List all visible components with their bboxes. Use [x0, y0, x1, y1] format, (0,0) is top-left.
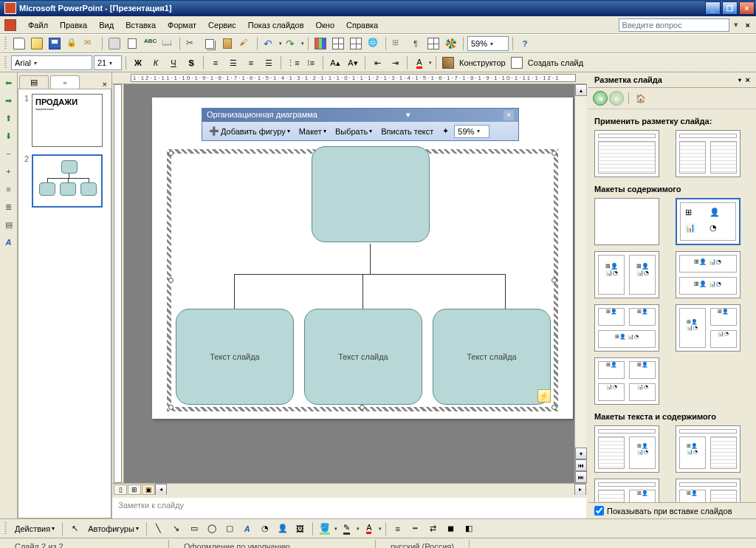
document-close-button[interactable]: ×: [743, 21, 753, 30]
arrow-style-icon[interactable]: ⇄: [425, 521, 441, 537]
menu-view[interactable]: Вид: [93, 18, 120, 32]
expand-icon[interactable]: +: [1, 164, 16, 179]
bullet-list-button[interactable]: ⁝≡: [303, 55, 319, 71]
normal-view-icon[interactable]: ▯: [114, 484, 127, 495]
shadow-style-icon[interactable]: ◼: [443, 521, 459, 537]
slide-canvas[interactable]: Текст слайда Текст слайда Текст слайда ⚡: [152, 97, 573, 419]
insert-table-button[interactable]: [330, 35, 346, 52]
bold-button[interactable]: Ж: [130, 55, 146, 71]
layout-item[interactable]: ⊞👤📊◔: [676, 198, 740, 245]
demote-icon[interactable]: ➡: [1, 93, 16, 108]
help-question-dropdown[interactable]: ▾: [734, 20, 738, 30]
new-button[interactable]: [11, 35, 27, 52]
numbered-list-button[interactable]: ⋮≡: [285, 55, 301, 71]
move-down-icon[interactable]: ⬇: [1, 129, 16, 143]
new-slide-button[interactable]: [509, 55, 525, 71]
shadow-button[interactable]: S: [183, 55, 199, 71]
slide-thumbnail-2[interactable]: [32, 154, 103, 208]
nav-forward-icon[interactable]: ▸: [609, 91, 624, 106]
distributed-button[interactable]: ☰: [261, 55, 277, 71]
menu-help[interactable]: Справка: [340, 18, 384, 32]
layout-item[interactable]: ⊞👤 📊◔: [594, 479, 659, 502]
format-painter-button[interactable]: 🖌: [237, 35, 253, 52]
layout-item[interactable]: ⊞👤📊◔: [676, 425, 740, 473]
show-on-insert-checkbox[interactable]: [594, 506, 604, 516]
fill-color-icon[interactable]: 🪣: [317, 521, 333, 537]
resize-handle[interactable]: [168, 278, 173, 283]
prev-slide-icon[interactable]: ⏮: [575, 459, 587, 471]
add-shape-button[interactable]: ➕ Добавить фигуру ▾: [205, 124, 294, 138]
nav-back-icon[interactable]: ◂: [593, 91, 608, 106]
org-chart-box[interactable]: Текст слайда: [176, 309, 294, 405]
slides-tab[interactable]: ▫: [50, 75, 80, 89]
select-button[interactable]: Выбрать▾: [331, 125, 376, 138]
nav-home-icon[interactable]: 🏠: [633, 91, 648, 106]
scroll-right-icon[interactable]: ▸: [574, 484, 586, 496]
resize-handle[interactable]: [168, 405, 173, 410]
show-formatting-button[interactable]: ¶: [408, 35, 424, 52]
clipart-icon[interactable]: 👤: [275, 521, 291, 537]
layout-item[interactable]: ⊞👤 📊◔: [676, 479, 740, 502]
collapse-all-icon[interactable]: ≡: [1, 182, 16, 196]
save-button[interactable]: [47, 35, 63, 52]
layout-item[interactable]: ⊞👤 📊◔ ⊞👤 📊◔: [676, 251, 740, 298]
layout-item[interactable]: [676, 130, 740, 177]
horizontal-scrollbar[interactable]: ▯ ⊞ ▣ ◂ ▸: [112, 483, 586, 495]
expand-all-icon[interactable]: ≣: [1, 199, 16, 214]
undo-button[interactable]: ↶: [261, 35, 278, 52]
3d-style-icon[interactable]: ◧: [461, 521, 477, 537]
menu-window[interactable]: Окно: [310, 18, 341, 32]
org-chart-box[interactable]: Текст слайда: [433, 309, 551, 405]
promote-icon[interactable]: ⬅: [1, 75, 16, 90]
diagram-icon[interactable]: ◔: [257, 521, 273, 537]
new-slide-label[interactable]: Создать слайд: [526, 58, 585, 67]
resize-handle[interactable]: [551, 278, 557, 283]
vertical-scrollbar[interactable]: ▴ ▾ ⏮ ⏭: [574, 84, 586, 483]
layout-button[interactable]: Макет▾: [295, 125, 330, 138]
fontsize-dropdown[interactable]: 21▾: [94, 55, 122, 70]
toolbar-handle[interactable]: [4, 56, 7, 69]
spellcheck-button[interactable]: ABC: [142, 35, 158, 52]
align-right-button[interactable]: ≡: [243, 55, 259, 71]
move-up-icon[interactable]: ⬆: [1, 111, 16, 126]
open-button[interactable]: [29, 35, 45, 52]
scroll-up-icon[interactable]: ▴: [575, 84, 587, 96]
select-objects-icon[interactable]: ↖: [66, 521, 83, 537]
line-style-icon[interactable]: ≡: [390, 521, 406, 537]
org-chart-box[interactable]: Текст слайда: [304, 309, 422, 405]
help-question-input[interactable]: [619, 18, 729, 32]
minimize-button[interactable]: _: [705, 1, 721, 15]
outline-tab[interactable]: ▤: [19, 75, 49, 89]
tables-borders-button[interactable]: [348, 35, 364, 52]
task-pane-close-icon[interactable]: ×: [746, 75, 750, 84]
panel-close-icon[interactable]: ×: [100, 80, 110, 89]
copy-button[interactable]: [202, 35, 218, 52]
resize-handle[interactable]: [551, 405, 557, 410]
resize-handle[interactable]: [360, 405, 365, 410]
layout-item[interactable]: ⊞👤📊◔ ⊞👤 📊◔: [676, 304, 740, 352]
layout-item[interactable]: ⊞👤📊◔: [594, 425, 659, 473]
print-button[interactable]: [106, 35, 123, 52]
show-grid-button[interactable]: [425, 35, 441, 52]
org-chart-box-top[interactable]: [312, 146, 430, 242]
font-color-button[interactable]: A: [411, 55, 427, 71]
increase-indent-button[interactable]: ⇥: [387, 55, 403, 71]
decrease-font-button[interactable]: A▾: [345, 55, 361, 71]
arrow-icon[interactable]: ↘: [168, 521, 185, 537]
line-icon[interactable]: ╲: [151, 521, 167, 537]
layout-item[interactable]: [594, 198, 659, 245]
permission-button[interactable]: 🔒: [64, 35, 80, 52]
preview-button[interactable]: [124, 35, 140, 52]
scroll-left-icon[interactable]: ◂: [155, 484, 167, 496]
resize-handle[interactable]: [551, 151, 557, 156]
expand-button[interactable]: ⊞: [390, 35, 406, 52]
decrease-indent-button[interactable]: ⇤: [369, 55, 385, 71]
menu-edit[interactable]: Правка: [54, 18, 93, 32]
oval-icon[interactable]: ◯: [204, 521, 220, 537]
redo-button[interactable]: ↷: [284, 35, 300, 52]
layout-list[interactable]: Применить разметку слайда: Макеты содерж…: [588, 109, 756, 502]
toolbar-handle[interactable]: [4, 522, 7, 535]
menu-service[interactable]: Сервис: [202, 18, 242, 32]
help-button[interactable]: ?: [517, 35, 533, 52]
align-left-button[interactable]: ≡: [207, 55, 224, 71]
